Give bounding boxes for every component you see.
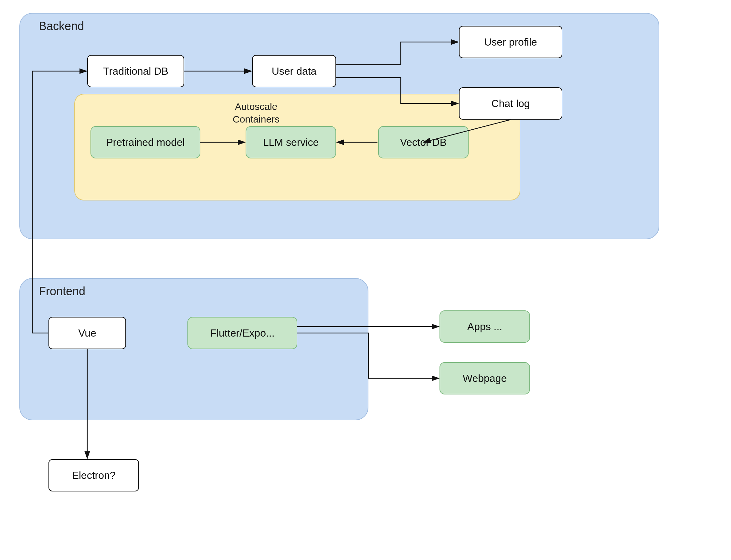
vector-db-box: Vector DB (378, 126, 468, 158)
frontend-box (19, 278, 368, 420)
user-profile-box: User profile (459, 26, 562, 58)
chat-log-box: Chat log (459, 87, 562, 120)
flutter-box: Flutter/Expo... (188, 317, 297, 349)
diagram-container: Backend AutoscaleContainers Traditional … (0, 0, 731, 560)
traditional-db-box: Traditional DB (87, 55, 184, 87)
llm-service-box: LLM service (246, 126, 336, 158)
electron-box: Electron? (48, 459, 139, 491)
pretrained-model-box: Pretrained model (91, 126, 200, 158)
vue-box: Vue (48, 317, 126, 349)
webpage-box: Webpage (439, 362, 530, 394)
autoscale-label: AutoscaleContainers (233, 100, 280, 125)
backend-label: Backend (39, 19, 84, 33)
user-data-box: User data (252, 55, 336, 87)
frontend-label: Frontend (39, 285, 85, 298)
apps-box: Apps ... (439, 310, 530, 343)
